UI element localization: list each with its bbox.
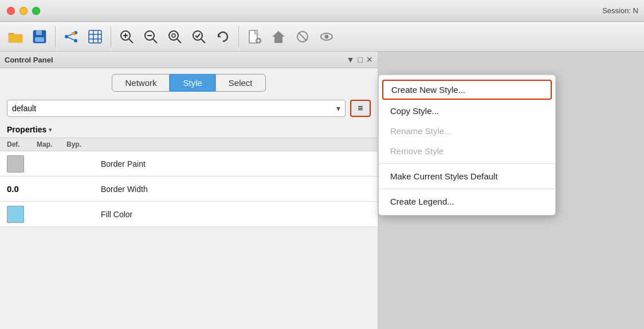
menu-item-make-default[interactable]: Make Current Styles Default [379,166,555,186]
menu-item-create-legend[interactable]: Create Legend... [379,191,555,211]
toolbar-sep-3 [238,26,239,47]
session-label: Session: N [602,6,638,15]
panel-header: Control Panel ▼ □ ✕ [0,52,378,68]
menu-icon: ≡ [358,103,363,113]
props-table-header: Def. Map. Byp. [0,138,378,151]
menu-item-remove-style: Remove Style [379,141,555,161]
main-area: Control Panel ▼ □ ✕ Network Style Select… [0,52,644,329]
svg-line-36 [299,33,307,41]
svg-rect-3 [36,30,42,35]
fill-color-def-swatch[interactable] [7,206,37,223]
toolbar-sep-2 [111,26,111,47]
toolbar-sep-1 [55,26,56,47]
svg-line-24 [177,39,181,43]
panel-dropdown-btn[interactable]: ▼ [347,55,355,64]
svg-rect-11 [89,30,101,43]
style-select-value: default [12,104,36,113]
svg-line-9 [66,37,76,41]
style-select-arrow-icon: ▾ [336,104,340,113]
border-width-label: Border Width [96,185,371,194]
maximize-window-btn[interactable] [32,7,40,15]
right-area: Create New Style... Copy Style... Rename… [378,52,644,329]
zoom-fit-btn[interactable] [164,26,186,48]
svg-line-27 [201,39,205,43]
control-panel: Control Panel ▼ □ ✕ Network Style Select… [0,52,378,329]
svg-line-22 [153,39,157,43]
context-menu: Create New Style... Copy Style... Rename… [378,75,556,216]
menu-item-rename-style: Rename Style... [379,121,555,141]
col-property [96,140,371,148]
properties-triangle-icon[interactable]: ▾ [49,127,52,133]
svg-point-25 [172,34,175,37]
panel-title: Control Panel [5,56,53,64]
open-folder-btn[interactable] [5,26,26,48]
panel-close-btn[interactable]: ✕ [366,55,373,64]
save-btn[interactable] [29,26,50,48]
border-paint-def-swatch[interactable] [7,155,37,173]
toolbar [0,22,644,52]
menu-divider-2 [379,189,555,189]
tab-select[interactable]: Select [215,74,266,92]
refresh-btn[interactable] [212,26,234,48]
fill-color-label: Fill Color [96,210,371,219]
minimize-window-btn[interactable] [19,7,28,15]
zoom-in-btn[interactable] [116,26,138,48]
col-map: Map. [37,140,66,148]
table-row: Border Paint [0,151,378,177]
style-select[interactable]: default ▾ [7,100,345,117]
svg-point-38 [325,34,329,38]
table-row: Fill Color [0,202,378,227]
svg-point-26 [193,31,202,40]
share-btn[interactable] [60,26,82,48]
hide-btn[interactable] [292,26,313,48]
title-bar: Session: N [0,0,644,22]
dropdown-row: default ▾ ≡ [0,95,378,122]
tab-style[interactable]: Style [170,74,215,92]
window-controls [7,7,40,15]
svg-line-19 [129,39,133,43]
border-paint-label: Border Paint [96,159,371,169]
col-def: Def. [7,140,37,148]
svg-rect-1 [9,34,22,42]
style-menu-btn[interactable]: ≡ [350,100,371,117]
zoom-out-btn[interactable] [140,26,162,48]
eye-btn[interactable] [316,26,337,48]
panel-controls: ▼ □ ✕ [347,55,373,64]
border-width-def-val[interactable]: 0.0 [7,184,37,194]
table-row: 0.0 Border Width [0,177,378,202]
table-btn[interactable] [84,26,106,48]
zoom-check-btn[interactable] [188,26,210,48]
svg-rect-4 [35,37,44,42]
svg-point-23 [169,31,178,40]
panel-maximize-btn[interactable]: □ [358,55,363,64]
menu-divider-1 [379,163,555,164]
home-btn[interactable] [268,26,289,48]
properties-header: Properties ▾ [0,122,378,138]
svg-marker-34 [272,31,285,43]
properties-label: Properties [7,125,46,134]
close-window-btn[interactable] [7,7,15,15]
tabs-row: Network Style Select [0,68,378,95]
tab-network[interactable]: Network [112,74,170,92]
menu-item-create-new-style[interactable]: Create New Style... [382,80,552,100]
menu-item-copy-style[interactable]: Copy Style... [379,101,555,121]
new-doc-btn[interactable] [244,26,265,48]
col-byp: Byp. [66,140,96,148]
